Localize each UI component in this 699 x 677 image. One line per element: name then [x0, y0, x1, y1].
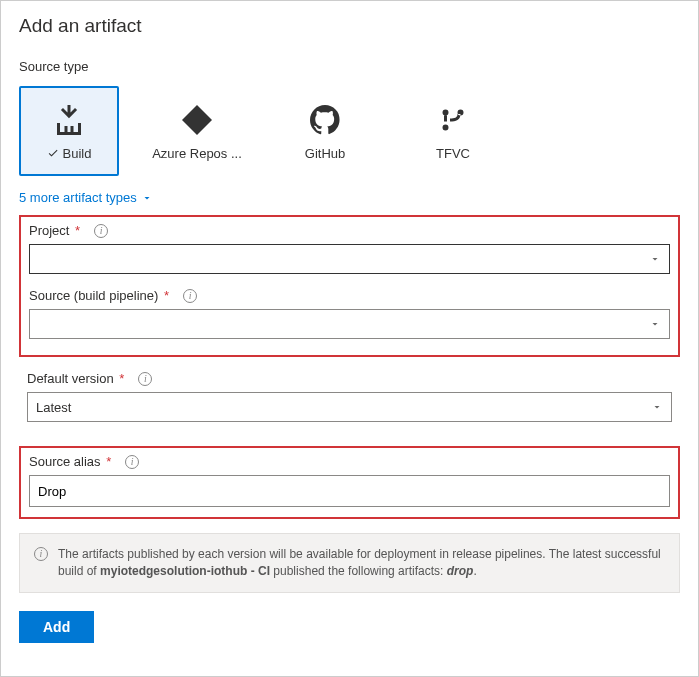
page-title: Add an artifact [19, 15, 680, 37]
azure-repos-icon [179, 102, 215, 138]
info-bar: i The artifacts published by each versio… [19, 533, 680, 593]
info-icon[interactable]: i [125, 455, 139, 469]
tfvc-label: TFVC [436, 146, 470, 161]
build-label: Build [47, 146, 92, 161]
source-select[interactable] [29, 309, 670, 339]
source-type-tfvc[interactable]: TFVC [403, 86, 503, 176]
source-alias-label: Source alias * i [29, 454, 670, 469]
chevron-down-icon [141, 192, 153, 204]
build-icon [51, 102, 87, 138]
info-icon[interactable]: i [138, 372, 152, 386]
source-type-github[interactable]: GitHub [275, 86, 375, 176]
source-type-row: Build Azure Repos ... GitHub TFVC [19, 86, 680, 176]
azure-repos-label: Azure Repos ... [152, 146, 242, 161]
github-icon [307, 102, 343, 138]
more-artifact-types-link[interactable]: 5 more artifact types [19, 190, 680, 205]
chevron-down-icon [649, 253, 661, 265]
project-source-group: Project * i Source (build pipeline) * i [19, 215, 680, 357]
tfvc-icon [435, 102, 471, 138]
info-icon[interactable]: i [183, 289, 197, 303]
source-type-azure-repos[interactable]: Azure Repos ... [147, 86, 247, 176]
github-label: GitHub [305, 146, 345, 161]
add-button[interactable]: Add [19, 611, 94, 643]
default-version-select[interactable]: Latest [27, 392, 672, 422]
chevron-down-icon [649, 318, 661, 330]
project-label: Project * i [29, 223, 670, 238]
default-version-label: Default version * i [27, 371, 672, 386]
info-text: The artifacts published by each version … [58, 546, 665, 580]
default-version-group: Default version * i Latest [19, 365, 680, 438]
source-label: Source (build pipeline) * i [29, 288, 670, 303]
check-icon [47, 147, 59, 159]
source-alias-input[interactable] [29, 475, 670, 507]
chevron-down-icon [651, 401, 663, 413]
project-select[interactable] [29, 244, 670, 274]
source-type-build[interactable]: Build [19, 86, 119, 176]
source-type-label: Source type [19, 59, 680, 74]
info-icon: i [34, 547, 48, 561]
source-alias-group: Source alias * i [19, 446, 680, 519]
info-icon[interactable]: i [94, 224, 108, 238]
